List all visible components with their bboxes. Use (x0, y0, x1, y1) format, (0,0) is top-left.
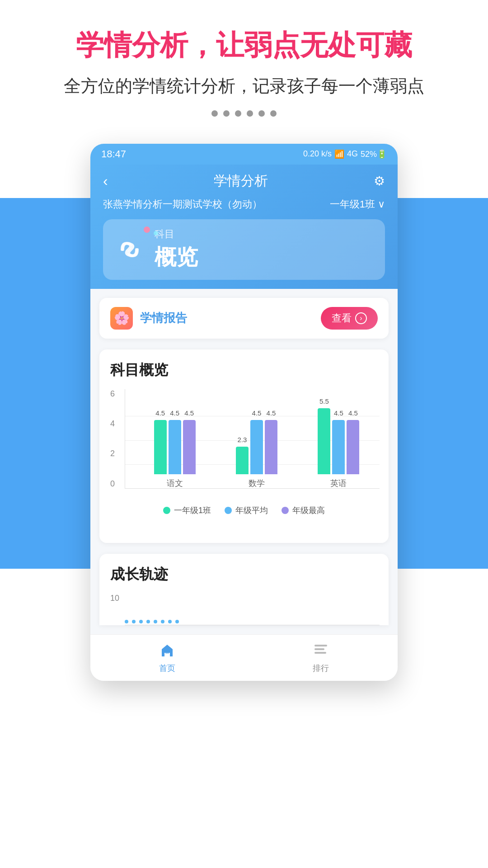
y-label-0: 0 (110, 479, 115, 489)
status-signal: 0.20 k/s (303, 149, 332, 159)
page-title: 学情分析 (214, 172, 268, 190)
bar-label-shuxue-3: 4.5 (267, 409, 276, 417)
bar-shuxue-purple (265, 420, 277, 474)
nav-item-ranking[interactable]: 排行 (311, 640, 331, 674)
status-icons: 0.20 k/s 📶 4G 52%🔋 (303, 149, 387, 159)
class-selector[interactable]: 一年级1班 ∨ (330, 198, 385, 211)
phone-wrapper: 18:47 0.20 k/s 📶 4G 52%🔋 ‹ 学情分析 ⚙ 张燕学情分析… (0, 144, 488, 681)
chevron-down-icon: ∨ (378, 198, 385, 210)
growth-dot-8 (175, 620, 179, 623)
y-axis-line (125, 389, 125, 489)
marketing-subtitle: 全方位的学情统计分析，记录孩子每一个薄弱点 (18, 75, 470, 98)
subject-value: 概览 (155, 243, 374, 272)
bar-chart: 0 2 4 6 (108, 389, 380, 534)
nav-label-ranking: 排行 (313, 663, 329, 674)
bottom-nav: 首页 排行 (90, 634, 398, 681)
home-icon (157, 640, 177, 660)
bar-group-yingyu: 5.5 4.5 4.5 (318, 408, 359, 489)
bar-yuwen-1: 4.5 (154, 420, 167, 474)
x-label-yingyu: 英语 (330, 478, 347, 489)
bar-label-yuwen-2: 4.5 (170, 409, 179, 417)
status-battery: 52%🔋 (361, 149, 387, 159)
bar-group-yuwen-bars: 4.5 4.5 4.5 (154, 420, 196, 474)
view-label: 查看 (332, 311, 352, 325)
bar-label-yingyu-2: 4.5 (334, 409, 343, 417)
bar-yuwen-green (154, 420, 167, 474)
marketing-section: 学情分析，让弱点无处可藏 全方位的学情统计分析，记录孩子每一个薄弱点 (0, 0, 488, 130)
school-name: 张燕学情分析一期测试学校（勿动） (103, 198, 262, 211)
growth-dot-2 (132, 620, 136, 623)
subject-info: 科目 概览 (155, 227, 374, 272)
growth-dot-7 (168, 620, 172, 623)
status-bar: 18:47 0.20 k/s 📶 4G 52%🔋 (90, 144, 398, 165)
bar-yuwen-blue (169, 420, 181, 474)
subject-card[interactable]: 科目 概览 (103, 219, 385, 280)
main-content: 🌸 学情报告 查看 › 科目概览 0 2 (90, 289, 398, 634)
bar-yuwen-3: 4.5 (183, 420, 196, 474)
bar-yingyu-2: 4.5 (332, 420, 345, 474)
status-time: 18:47 (101, 148, 126, 160)
report-title: 学情报告 (140, 310, 187, 326)
bar-yingyu-1: 5.5 (318, 408, 330, 474)
report-card: 🌸 学情报告 查看 › (99, 298, 389, 339)
subject-icon (114, 234, 145, 265)
class-name: 一年级1班 (330, 198, 375, 211)
legend-dot-blue (225, 507, 232, 514)
status-4g: 4G (347, 149, 358, 159)
chart-area: 0 2 4 6 (125, 389, 380, 498)
bar-label-shuxue-2: 4.5 (252, 409, 262, 417)
dots-decoration (144, 226, 158, 236)
dot-4 (247, 110, 253, 117)
bar-group-yuwen: 4.5 4.5 4.5 (154, 420, 196, 489)
svg-rect-1 (314, 645, 327, 646)
blue-bg-left (0, 198, 99, 569)
growth-section: 成长轨迹 10 (99, 554, 389, 625)
legend-highest: 年级最高 (282, 505, 325, 516)
settings-icon[interactable]: ⚙ (374, 174, 385, 189)
view-report-button[interactable]: 查看 › (321, 307, 378, 330)
arrow-circle-icon: › (355, 312, 367, 324)
deco-dot-pink (144, 226, 150, 233)
school-selector: 张燕学情分析一期测试学校（勿动） 一年级1班 ∨ (103, 198, 385, 211)
back-button[interactable]: ‹ (103, 173, 108, 189)
ranking-svg (312, 641, 330, 659)
legend-dot-green (163, 507, 170, 514)
chart-legend: 一年级1班 年级平均 年级最高 (108, 505, 380, 516)
x-label-yuwen: 语文 (167, 478, 183, 489)
growth-dot-3 (139, 620, 143, 623)
y-label-2: 2 (110, 449, 115, 458)
dot-1 (211, 110, 218, 117)
app-header: ‹ 学情分析 ⚙ 张燕学情分析一期测试学校（勿动） 一年级1班 ∨ (90, 165, 398, 289)
bar-yingyu-green (318, 408, 330, 474)
link-icon (114, 234, 145, 265)
nav-item-home[interactable]: 首页 (157, 640, 177, 674)
bars-container: 4.5 4.5 4.5 (134, 416, 380, 489)
bar-shuxue-2: 4.5 (250, 420, 263, 474)
growth-chart-area: 10 (125, 594, 380, 625)
bar-shuxue-3: 4.5 (265, 420, 277, 474)
bar-label-yuwen-3: 4.5 (184, 409, 194, 417)
dot-6 (270, 110, 277, 117)
dot-5 (258, 110, 265, 117)
app-nav: ‹ 学情分析 ⚙ (103, 172, 385, 190)
x-label-shuxue: 数学 (249, 478, 265, 489)
chart-section: 科目概览 0 2 4 6 (99, 349, 389, 543)
blue-bg-right (389, 198, 488, 569)
dot-3 (235, 110, 241, 117)
legend-label-average: 年级平均 (235, 505, 268, 516)
bar-label-yingyu-1: 5.5 (319, 397, 329, 405)
bar-yuwen-purple (183, 420, 196, 474)
svg-rect-3 (314, 652, 326, 654)
bar-label-shuxue-1: 2.3 (238, 436, 247, 443)
y-label-6: 6 (110, 389, 115, 399)
svg-rect-2 (314, 648, 324, 650)
bar-group-yingyu-bars: 5.5 4.5 4.5 (318, 408, 359, 474)
bar-shuxue-1: 2.3 (236, 447, 249, 474)
growth-title: 成长轨迹 (108, 565, 380, 585)
legend-class: 一年级1班 (163, 505, 211, 516)
legend-dot-purple (282, 507, 289, 514)
nav-label-home: 首页 (159, 663, 175, 674)
bar-yingyu-blue (332, 420, 345, 474)
deco-dot-green (154, 231, 158, 236)
bar-group-shuxue: 2.3 4.5 4.5 (236, 420, 277, 489)
